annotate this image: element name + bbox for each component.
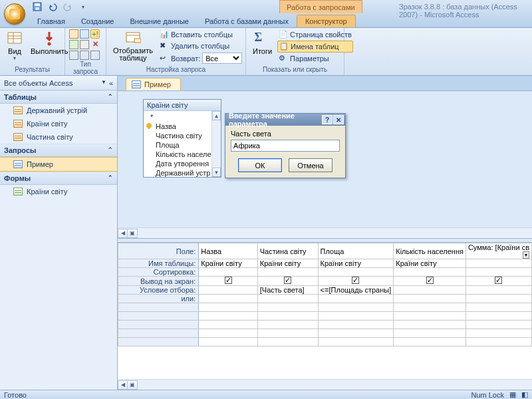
tab-design[interactable]: Конструктор <box>297 15 356 27</box>
qbe-cell[interactable]: Країни світу <box>199 259 258 268</box>
qbe-cell[interactable]: <=[Площадь страны] <box>318 286 394 295</box>
qbe-cell[interactable] <box>318 277 394 286</box>
qbe-cell[interactable] <box>257 329 318 338</box>
delete-columns-button[interactable]: ✖Удалить столбцы <box>158 41 243 51</box>
append-query-icon[interactable]: +! <box>90 29 100 39</box>
scroll-thumb[interactable]: ▣ <box>128 229 138 238</box>
show-checkbox[interactable] <box>426 277 434 284</box>
scroll-left-icon[interactable]: ◀ <box>118 380 128 390</box>
return-select[interactable]: Все <box>202 53 242 64</box>
scroll-down-icon[interactable]: ▼ <box>212 168 221 177</box>
delete-query-icon[interactable]: ✕ <box>90 40 100 49</box>
make-table-icon[interactable] <box>80 29 89 39</box>
qbe-cell[interactable] <box>199 312 258 321</box>
field-item[interactable]: Площа <box>144 140 221 150</box>
qbe-cell[interactable] <box>318 312 394 321</box>
qbe-cell[interactable] <box>257 295 318 303</box>
qbe-cell[interactable] <box>466 303 531 312</box>
qbe-cell[interactable] <box>394 312 466 321</box>
qbe-cell[interactable] <box>318 303 394 312</box>
nav-item[interactable]: Країни світу <box>0 185 117 198</box>
parameters-button[interactable]: ⚙Параметры <box>277 53 353 64</box>
undo-icon[interactable] <box>46 1 59 13</box>
qbe-cell[interactable] <box>394 321 466 329</box>
qbe-cell[interactable] <box>257 312 318 321</box>
qbe-cell[interactable] <box>257 321 318 329</box>
property-sheet-button[interactable]: 📄Страница свойств <box>277 29 353 40</box>
qbe-cell[interactable] <box>318 295 394 303</box>
nav-pane-header[interactable]: Все объекты Access ▼« <box>0 76 117 90</box>
scroll-left-icon[interactable]: ◀ <box>118 229 128 238</box>
field-item[interactable]: Кількість населен <box>144 150 221 159</box>
totals-button[interactable]: Σ Итоги <box>250 29 275 57</box>
union-query-icon[interactable] <box>69 51 78 60</box>
cancel-button[interactable]: Отмена <box>289 158 332 172</box>
office-button[interactable] <box>4 3 25 25</box>
qbe-cell[interactable] <box>466 321 531 329</box>
view-shortcut-design-icon[interactable]: ◧ <box>521 390 528 399</box>
scroll-thumb[interactable]: ▣ <box>128 380 138 390</box>
parameter-input[interactable] <box>231 140 340 152</box>
show-checkbox[interactable] <box>352 277 359 284</box>
qbe-cell[interactable] <box>394 268 466 277</box>
tab-create[interactable]: Создание <box>73 15 122 27</box>
field-item[interactable]: Дата утворення <box>144 159 221 168</box>
qbe-cell[interactable] <box>318 321 394 329</box>
qbe-cell[interactable] <box>466 295 531 303</box>
qbe-cell[interactable] <box>199 338 258 346</box>
qbe-cell[interactable]: Назва <box>199 243 258 259</box>
qbe-cell[interactable] <box>257 338 318 346</box>
qbe-cell[interactable]: Частина світу <box>257 243 318 259</box>
qbe-cell[interactable] <box>318 329 394 338</box>
nav-item[interactable]: Частина світу <box>0 130 117 144</box>
chevron-down-icon[interactable]: ▼ <box>101 79 106 87</box>
tab-database-tools[interactable]: Работа с базами данных <box>197 15 297 27</box>
help-icon[interactable]: ? <box>322 115 332 124</box>
ok-button[interactable]: ОК <box>238 158 282 172</box>
qbe-cell[interactable] <box>466 286 531 295</box>
qbe-cell[interactable] <box>257 303 318 312</box>
qbe-cell[interactable] <box>466 277 531 286</box>
qbe-cell[interactable] <box>199 286 258 295</box>
qbe-cell[interactable] <box>199 295 258 303</box>
qbe-cell[interactable]: Країни світу <box>318 259 394 268</box>
passthrough-query-icon[interactable] <box>80 51 89 60</box>
update-query-icon[interactable] <box>69 40 78 49</box>
nav-category-queries[interactable]: Запросы⌃ <box>0 144 117 157</box>
qbe-cell[interactable] <box>394 277 466 286</box>
show-checkbox[interactable] <box>225 277 232 284</box>
nav-item[interactable]: Пример <box>0 157 117 172</box>
qbe-cell[interactable] <box>466 259 531 268</box>
qbe-grid[interactable]: Поле:НазваЧастина світуПлощаКількість на… <box>118 243 532 346</box>
doc-tab-primer[interactable]: Пример <box>126 78 181 90</box>
qbe-cell[interactable] <box>257 277 318 286</box>
qbe-cell[interactable]: Кількість населення <box>394 243 466 259</box>
qbe-cell[interactable] <box>466 338 531 346</box>
qbe-cell[interactable]: [Часть света] <box>257 286 318 295</box>
dialog-titlebar[interactable]: Введите значение параметра ? ✕ <box>225 114 345 126</box>
qbe-cell[interactable] <box>394 286 466 295</box>
table-names-button[interactable]: 📋Имена таблиц <box>277 41 353 53</box>
scroll-up-icon[interactable]: ▲ <box>212 111 221 120</box>
dropdown-icon[interactable]: ▾ <box>523 251 529 259</box>
nav-item[interactable]: Країни світу <box>0 117 117 130</box>
qbe-cell[interactable] <box>466 329 531 338</box>
crosstab-query-icon[interactable] <box>80 40 89 49</box>
nav-category-forms[interactable]: Формы⌃ <box>0 172 117 185</box>
save-icon[interactable] <box>31 1 44 13</box>
qbe-cell[interactable] <box>318 268 394 277</box>
pane-splitter[interactable] <box>118 238 532 243</box>
show-table-button[interactable]: Отобразить таблицу <box>110 29 156 63</box>
qbe-cell[interactable]: Країни світу <box>257 259 318 268</box>
datadef-query-icon[interactable] <box>90 51 100 60</box>
qbe-cell[interactable] <box>257 268 318 277</box>
table-vscroll[interactable]: ▲ ▼ <box>211 111 221 177</box>
qbe-cell[interactable] <box>199 321 258 329</box>
qbe-cell[interactable] <box>394 303 466 312</box>
qbe-cell[interactable] <box>199 268 258 277</box>
qbe-cell[interactable]: Площа <box>318 243 394 259</box>
tab-external-data[interactable]: Внешние данные <box>122 15 197 27</box>
qbe-cell[interactable]: Країни світу <box>394 259 466 268</box>
select-query-icon[interactable] <box>69 29 78 39</box>
qat-customize-icon[interactable]: ▾ <box>76 1 90 13</box>
